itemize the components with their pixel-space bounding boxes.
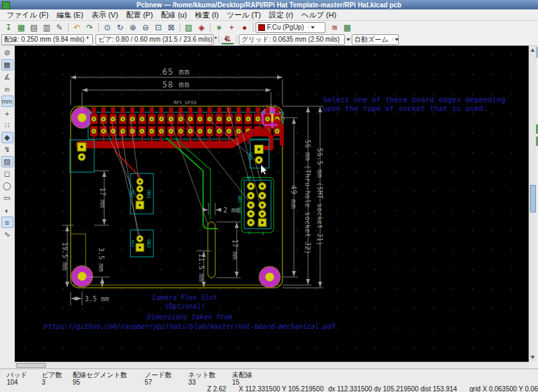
ratsnest-module-icon[interactable]: ◆: [1, 132, 13, 143]
flex-note-line1: Camera Flex Slot: [153, 294, 217, 301]
local-ratsnest-icon[interactable]: +: [225, 22, 238, 33]
vertical-scrollbar[interactable]: [529, 46, 536, 362]
via-size-selector[interactable]: ビア: 0.80 / 0.60 mm (31.5 / 23.6 mils) *: [95, 34, 214, 45]
source-note-line1: Dimensions taken from: [147, 313, 232, 321]
plot-icon[interactable]: ✎: [53, 22, 66, 33]
cursor-readout: X 112.331500 Y 105.219500: [239, 385, 323, 392]
page-settings-icon[interactable]: ▤: [28, 22, 40, 33]
microwave-toolbar-icon[interactable]: ∿: [1, 229, 13, 240]
dim-65mm: 65 mm: [162, 67, 190, 77]
zoom-fit-icon[interactable]: ⊡: [152, 22, 165, 33]
scroll-down-icon[interactable]: [531, 356, 535, 359]
edge-note-line2: upon the type of socket that is used.: [323, 104, 488, 113]
menu-tools[interactable]: ツール (T): [223, 9, 265, 21]
toolbar-separator: [210, 23, 210, 32]
dim-3-5mm-h: 3.5 mm: [85, 295, 109, 303]
units-inch-icon[interactable]: in: [1, 83, 13, 95]
grid-visibility-icon[interactable]: ▦: [1, 59, 13, 71]
cursor-shape-icon[interactable]: +: [1, 108, 13, 119]
track-sketch-icon[interactable]: ▭: [1, 192, 13, 204]
dim-19-5mm: 19.5 mm: [61, 242, 69, 270]
vias-value: 3: [42, 379, 46, 386]
segments-label: 配線セグメント数: [73, 370, 127, 380]
segments-value: 95: [73, 379, 80, 386]
status-bar: パッド 104 ビア数 3 配線セグメント数 95 ノード数 57 ネット数 3…: [0, 368, 538, 392]
menu-help[interactable]: ヘルプ (H): [297, 9, 340, 21]
cn5-refdes: CN5: [248, 152, 254, 160]
toolbar-separator: [180, 23, 180, 32]
undo-icon[interactable]: ↶: [71, 22, 83, 33]
menu-route[interactable]: 配線 (u): [157, 9, 191, 21]
dim-56-5mm: 56.5 mm (SMT socket J1): [316, 148, 323, 245]
board-setup-icon[interactable]: ▦: [15, 22, 28, 33]
track-display-mode-icon[interactable]: ≋: [328, 22, 341, 33]
print-icon[interactable]: ▥: [40, 22, 53, 33]
menu-preferences[interactable]: 設定 (r): [265, 9, 297, 21]
find-icon[interactable]: ⊙: [101, 22, 114, 33]
edge-note-line1: Select one of these board edges dependin…: [323, 95, 506, 104]
drc-off-icon[interactable]: ⊘: [1, 47, 13, 58]
window-title: Pcbnew — /home/kkuma/Desktop/RAPI/RPi Ha…: [137, 1, 401, 9]
dim-58mm: 58 mm: [162, 80, 190, 89]
toolbar-separator: [98, 23, 99, 32]
dim-2mm: 2 mm: [223, 206, 239, 214]
menu-edit[interactable]: 編集 (E): [52, 9, 87, 21]
dim-3-5mm-v: 3.5 mm: [98, 247, 105, 272]
layers-panel-icon[interactable]: ▩: [341, 22, 354, 33]
find-footprint-icon[interactable]: ◈: [195, 22, 208, 33]
flex-note-line2: (Optional): [165, 303, 205, 310]
cn2-refdes: CN2: [147, 190, 152, 198]
toolbar-separator: [219, 35, 219, 44]
menu-place[interactable]: 配置 (P): [122, 9, 157, 21]
layers-manager-icon[interactable]: ≡: [1, 217, 13, 228]
menu-bar: ファイル (F) 編集 (E) 表示 (V) 配置 (P) 配線 (u) 検査 …: [0, 9, 538, 21]
auto-delete-track-icon[interactable]: ↯: [1, 144, 13, 155]
dim-17mm-left: 17 mm: [99, 188, 106, 208]
save-icon[interactable]: ↧: [2, 22, 15, 33]
idc-pin2-label: 2: [248, 230, 251, 235]
layer-selector-value: F.Cu (PgUp): [267, 24, 304, 31]
dim-56mm: 56 mm (Thru-hole socket J2): [304, 140, 311, 255]
toolbar-separator: [68, 23, 69, 32]
zoom-out-icon[interactable]: ⊖: [139, 22, 152, 33]
toolbar-separator: [253, 23, 254, 32]
units-mm-icon[interactable]: mm: [1, 95, 13, 107]
left-toolbar: ⊘ ▦ ∡ in mm + ∷ ◆ ↯ ▨ ◻ ◯ ▭ ◐ ≡ ∿: [0, 46, 15, 362]
menu-file[interactable]: ファイル (F): [3, 9, 52, 21]
redo-icon[interactable]: ↷: [83, 22, 96, 33]
idc-pin1-label: 1: [262, 231, 264, 235]
polar-coords-icon[interactable]: ∡: [1, 71, 13, 83]
auto-track-width-icon[interactable]: ⇅: [221, 34, 234, 44]
pad-sketch-icon[interactable]: ◻: [1, 168, 13, 180]
pcb-canvas[interactable]: CN2 x4p CN3 x2p CN5 10 2 1: [15, 46, 529, 362]
vertical-scroll-thumb[interactable]: [530, 185, 536, 212]
zoom-selector[interactable]: 自動ズーム: [352, 34, 399, 45]
dim-11-5mm: 11.5 mm: [198, 253, 205, 282]
grid-selector[interactable]: グリッド: 0.0635 mm (2.50 mils): [239, 34, 345, 45]
pads-value: 104: [7, 379, 18, 386]
grid-readout: grid X 0.063500 Y 0.063: [469, 385, 538, 392]
horizontal-scrollbar[interactable]: [15, 362, 529, 368]
main-toolbar: ↧ ▦ ▤ ▥ ✎ ↶ ↷ ⊙ ↻ ⊕ ⊖ ⊡ ⊠ ▧ ◈ ∗ + ● F.Cu…: [0, 21, 538, 34]
horizontal-scroll-thumb[interactable]: [16, 363, 46, 368]
zoom-value: 自動ズーム: [354, 35, 388, 44]
layer-selector[interactable]: F.Cu (PgUp): [256, 22, 325, 33]
zoom-in-icon[interactable]: ⊕: [126, 22, 139, 33]
scroll-up-icon[interactable]: [531, 48, 535, 52]
highlight-net-icon[interactable]: ∗: [213, 22, 225, 33]
show-zones-icon[interactable]: ▨: [1, 156, 13, 167]
menu-view[interactable]: 表示 (V): [87, 9, 122, 21]
source-note-url: https://github.com/raspberrypi/hats/blob…: [44, 323, 336, 330]
via-sketch-icon[interactable]: ◯: [1, 180, 13, 192]
footprint-mode-icon[interactable]: ▧: [182, 22, 195, 33]
zoom-selection-icon[interactable]: ⊠: [165, 22, 178, 33]
ratsnest-general-icon[interactable]: ∷: [1, 120, 13, 131]
nodes-value: 57: [145, 379, 152, 386]
pcbnew-window: { "window": { "title": "Pcbnew — /home/k…: [0, 0, 538, 392]
high-contrast-icon[interactable]: ◐: [1, 204, 13, 216]
track-width-selector[interactable]: 配線: 0.250 mm (9.84 mils) *: [1, 34, 93, 45]
refresh-icon[interactable]: ↻: [114, 22, 126, 33]
idc-pin10-label: 10: [246, 175, 252, 180]
drc-bug-icon[interactable]: ●: [238, 22, 251, 33]
menu-inspect[interactable]: 検査 (I): [191, 9, 223, 21]
